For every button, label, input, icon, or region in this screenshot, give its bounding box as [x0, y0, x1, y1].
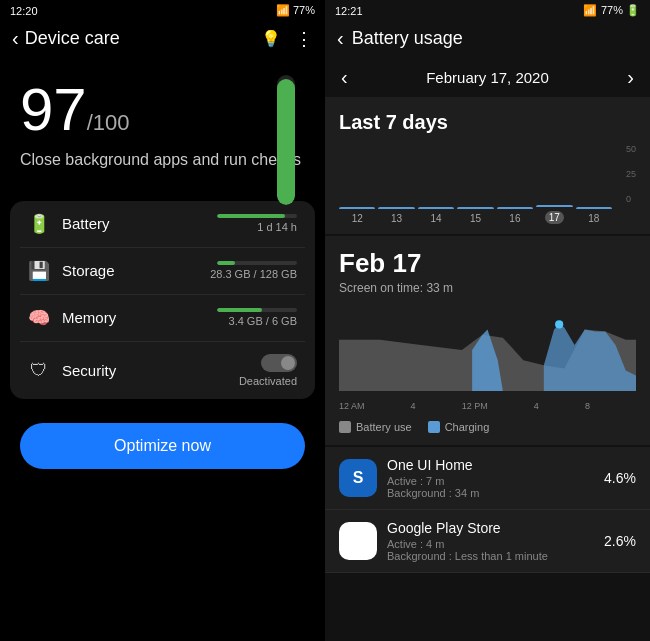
left-top-nav: ‹ Device care 💡 ⋮: [0, 21, 325, 60]
right-panel: 12:21 📶 77% 🔋 ‹ Battery usage ‹ February…: [325, 0, 650, 641]
memory-right: 3.4 GB / 6 GB: [217, 308, 297, 327]
left-panel: 12:20 📶 77% ‹ Device care 💡 ⋮ 97/100 Clo…: [0, 0, 325, 641]
google-play-name: Google Play Store: [387, 520, 594, 536]
bar-17-selected: 17: [536, 205, 572, 224]
storage-value: 28.3 GB / 128 GB: [210, 268, 297, 280]
google-play-info: Google Play Store Active : 4 mBackground…: [387, 520, 594, 562]
battery-value: 1 d 14 h: [257, 221, 297, 233]
bar-18: 18: [576, 207, 612, 224]
right-status-icons: 📶 77% 🔋: [583, 4, 640, 17]
left-page-title: Device care: [25, 28, 120, 49]
memory-item[interactable]: 🧠 Memory 3.4 GB / 6 GB: [20, 295, 305, 342]
storage-icon: 💾: [28, 260, 50, 282]
security-right: Deactivated: [239, 354, 297, 387]
time-labels: 12 AM 4 12 PM 4 8: [339, 401, 636, 411]
security-label: Security: [62, 362, 227, 379]
bar-chart-section: Last 7 days 12 13 14 15 16: [325, 97, 650, 234]
battery-icon: 🔋: [28, 213, 50, 235]
google-play-times: Active : 4 mBackground : Less than 1 min…: [387, 538, 594, 562]
bar-14: 14: [418, 207, 454, 224]
left-nav-left: ‹ Device care: [12, 27, 120, 50]
left-time: 12:20: [10, 5, 38, 17]
score-desc: Close background apps and run checks: [20, 150, 305, 171]
optimize-button[interactable]: Optimize now: [20, 423, 305, 469]
legend: Battery use Charging: [339, 421, 636, 433]
battery-bar: [217, 214, 285, 218]
battery-right: 1 d 14 h: [217, 214, 297, 233]
prev-date-button[interactable]: ‹: [341, 66, 348, 89]
score-section: 97/100 Close background apps and run che…: [0, 60, 325, 181]
storage-bar-track: [217, 261, 297, 265]
bar-chart: 12 13 14 15 16 17: [339, 144, 636, 224]
one-ui-home-percent: 4.6%: [604, 470, 636, 486]
right-top-nav: ‹ Battery usage: [325, 21, 650, 60]
date-nav: ‹ February 17, 2020 ›: [325, 60, 650, 95]
memory-icon: 🧠: [28, 307, 50, 329]
storage-right: 28.3 GB / 128 GB: [210, 261, 297, 280]
bar-16: 16: [497, 207, 533, 224]
battery-use-label: Battery use: [356, 421, 412, 433]
security-toggle[interactable]: [261, 354, 297, 372]
memory-label: Memory: [62, 309, 205, 326]
app-item-one-ui-home[interactable]: S One UI Home Active : 7 mBackground : 3…: [325, 447, 650, 510]
security-value: Deactivated: [239, 375, 297, 387]
day-subtitle: Screen on time: 33 m: [339, 281, 636, 295]
battery-bar-fill: [277, 79, 295, 205]
back-icon[interactable]: ‹: [12, 27, 19, 50]
battery-bar-track: [217, 214, 297, 218]
memory-bar-track: [217, 308, 297, 312]
right-back-icon[interactable]: ‹: [337, 27, 344, 50]
usage-chart-svg: [339, 305, 636, 395]
legend-charging: Charging: [428, 421, 490, 433]
right-wifi-icon: 📶: [583, 4, 597, 17]
charging-label: Charging: [445, 421, 490, 433]
memory-bar: [217, 308, 262, 312]
day-title: Feb 17: [339, 248, 636, 279]
score-display: 97/100: [20, 80, 305, 140]
usage-chart-wrap: 12 AM 4 12 PM 4 8: [339, 305, 636, 415]
one-ui-home-name: One UI Home: [387, 457, 594, 473]
items-section: 🔋 Battery 1 d 14 h 💾 Storage 28.3 GB / 1…: [10, 201, 315, 399]
chart-title: Last 7 days: [339, 111, 636, 134]
one-ui-home-times: Active : 7 mBackground : 34 m: [387, 475, 594, 499]
left-status-icons: 📶 77%: [276, 4, 315, 17]
security-icon: 🛡: [28, 360, 50, 381]
storage-label: Storage: [62, 262, 198, 279]
bar-13: 13: [378, 207, 414, 224]
battery-item[interactable]: 🔋 Battery 1 d 14 h: [20, 201, 305, 248]
battery-bar-container: [277, 75, 295, 205]
score-max: /100: [87, 110, 130, 135]
next-date-button[interactable]: ›: [627, 66, 634, 89]
google-play-percent: 2.6%: [604, 533, 636, 549]
current-date: February 17, 2020: [426, 69, 549, 86]
bulb-icon[interactable]: 💡: [261, 29, 281, 48]
bar-15: 15: [457, 207, 493, 224]
battery-label: Battery: [62, 215, 205, 232]
bar-12: 12: [339, 207, 375, 224]
left-status-bar: 12:20 📶 77%: [0, 0, 325, 21]
left-battery-icon: 📶 77%: [276, 4, 315, 17]
google-play-icon: ▶: [339, 522, 377, 560]
chart-y-labels: 50 25 0: [626, 144, 636, 204]
charging-dot: [428, 421, 440, 433]
right-status-bar: 12:21 📶 77% 🔋: [325, 0, 650, 21]
right-time: 12:21: [335, 5, 363, 17]
app-item-google-play[interactable]: ▶ Google Play Store Active : 4 mBackgrou…: [325, 510, 650, 573]
storage-bar: [217, 261, 235, 265]
one-ui-home-icon: S: [339, 459, 377, 497]
more-icon[interactable]: ⋮: [295, 28, 313, 50]
day-section: Feb 17 Screen on time: 33 m 12 AM 4 12 P…: [325, 236, 650, 445]
left-nav-icons: 💡 ⋮: [261, 28, 313, 50]
right-battery-text: 77% 🔋: [601, 4, 640, 17]
app-list: S One UI Home Active : 7 mBackground : 3…: [325, 447, 650, 573]
svg-point-3: [555, 320, 563, 328]
one-ui-home-info: One UI Home Active : 7 mBackground : 34 …: [387, 457, 594, 499]
memory-value: 3.4 GB / 6 GB: [229, 315, 297, 327]
score-number: 97: [20, 76, 87, 143]
right-page-title: Battery usage: [352, 28, 463, 49]
security-item[interactable]: 🛡 Security Deactivated: [20, 342, 305, 399]
legend-battery-use: Battery use: [339, 421, 412, 433]
battery-use-dot: [339, 421, 351, 433]
storage-item[interactable]: 💾 Storage 28.3 GB / 128 GB: [20, 248, 305, 295]
